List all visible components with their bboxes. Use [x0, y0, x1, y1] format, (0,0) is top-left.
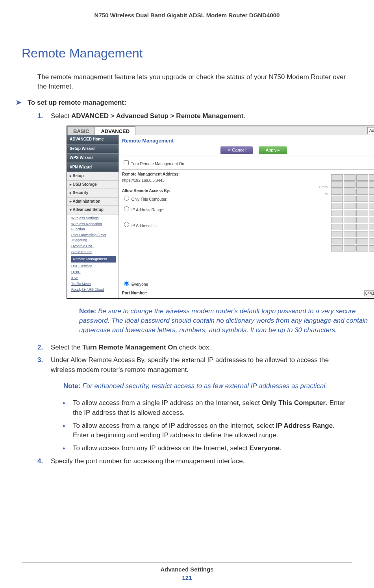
step-4: Specify the port number for accessing th…	[37, 457, 352, 466]
ip-cell[interactable]	[356, 203, 368, 209]
sidebar-security[interactable]: ▸ Security	[67, 189, 118, 198]
cancel-button[interactable]: ✕ Cancel	[220, 146, 253, 154]
ip-cell[interactable]	[356, 231, 368, 237]
sub-traffic-meter[interactable]: Traffic Meter	[71, 281, 116, 287]
ip-cell[interactable]	[369, 181, 374, 188]
ip-cell[interactable]	[369, 238, 374, 244]
sidebar-administration[interactable]: ▸ Administration	[67, 198, 118, 206]
ip-cell[interactable]	[331, 189, 343, 195]
sub-a-pre: To allow access from a single IP address…	[73, 399, 262, 407]
sub-upnp[interactable]: UPnP	[71, 269, 116, 275]
only-this-computer-radio[interactable]	[124, 196, 129, 201]
ip-cell[interactable]	[344, 181, 355, 188]
ip-list-radio[interactable]	[124, 222, 129, 227]
ip-cell[interactable]	[369, 210, 374, 216]
port-number-input[interactable]	[364, 290, 374, 296]
sub-static-routes[interactable]: Static Routes	[71, 249, 116, 255]
ip-range-radio[interactable]	[124, 206, 129, 211]
sidebar-vpn-wizard[interactable]: VPN Wizard	[67, 163, 118, 172]
ip-cell[interactable]	[369, 174, 374, 181]
sub-c-post: .	[280, 444, 281, 452]
sub-remote-management[interactable]: Remote Management	[71, 256, 116, 263]
ip-cell[interactable]	[356, 189, 368, 195]
sub-a-bold: Only This Computer	[262, 399, 326, 407]
ip-cell[interactable]	[331, 174, 343, 181]
ip-cell[interactable]	[356, 224, 368, 230]
note-1-label: Note:	[79, 307, 96, 315]
note-2-label: Note:	[63, 382, 80, 390]
sub-c-bold: Everyone	[250, 444, 280, 452]
ip-cell[interactable]	[331, 231, 343, 237]
turn-on-label: Turn Remote Management On	[131, 162, 184, 166]
ip-cell[interactable]	[344, 245, 355, 251]
sub-readyshare[interactable]: ReadySHARE Cloud	[71, 287, 116, 293]
procedure-heading-text: To set up remote management:	[28, 99, 126, 106]
turn-on-checkbox[interactable]	[124, 160, 129, 165]
tab-advanced[interactable]: ADVANCED	[95, 126, 135, 135]
step-2-bold: Turn Remote Management On	[82, 344, 177, 351]
ip-cell[interactable]	[369, 196, 374, 202]
sub-b-pre: To allow access from a range of IP addre…	[73, 422, 276, 429]
ip-cell[interactable]	[356, 245, 368, 251]
sidebar-submenu: Wireless Settings Wireless Repeating Fun…	[67, 214, 118, 293]
procedure-heading: ➤ To set up remote management:	[26, 98, 352, 107]
sub-dynamic-dns[interactable]: Dynamic DNS	[71, 243, 116, 249]
note-1-text: Be sure to change the wireless modem rou…	[79, 307, 368, 334]
ip-cell[interactable]	[344, 224, 355, 230]
step-4-text: Specify the port number for accessing th…	[51, 457, 244, 465]
ip-cell[interactable]	[369, 245, 374, 251]
ip-cell[interactable]	[356, 181, 368, 188]
ip-cell[interactable]	[344, 189, 355, 195]
sidebar-wps-wizard[interactable]: WPS Wizard	[67, 153, 118, 163]
sub-c-pre: To allow access from any IP address on t…	[73, 444, 250, 452]
ip-cell[interactable]	[344, 174, 355, 181]
ip-cell[interactable]	[331, 196, 343, 202]
ip-cell[interactable]	[356, 174, 368, 181]
ip-cell[interactable]	[344, 217, 355, 223]
step-1-post: .	[243, 112, 245, 120]
ip-cell[interactable]	[369, 203, 374, 209]
ip-range-label: IP Address Range:	[131, 208, 164, 212]
sidebar-advanced-setup[interactable]: ▾ Advanced Setup	[67, 206, 118, 214]
ip-cell[interactable]	[344, 203, 355, 209]
ip-cell[interactable]	[331, 210, 343, 216]
sidebar-advanced-home[interactable]: ADVANCED Home	[67, 135, 118, 144]
main-panel: Remote Management ✕ Cancel Apply ▸ Turn …	[119, 135, 374, 298]
ip-cell[interactable]	[356, 196, 368, 202]
sub-wireless-repeating[interactable]: Wireless Repeating Function	[71, 221, 116, 232]
ip-cell[interactable]	[331, 203, 343, 209]
ip-cell[interactable]	[344, 238, 355, 244]
ip-cell[interactable]	[331, 217, 343, 223]
ip-cell[interactable]	[331, 224, 343, 230]
sidebar-usb-storage[interactable]: ▸ USB Storage	[67, 181, 118, 189]
sub-ipv6[interactable]: IPv6	[71, 275, 116, 281]
ip-cell[interactable]	[356, 210, 368, 216]
ip-cell[interactable]	[331, 181, 343, 188]
ip-cell[interactable]	[331, 245, 343, 251]
ip-cell[interactable]	[369, 231, 374, 237]
step-1: Select ADVANCED > Advanced Setup > Remot…	[37, 111, 352, 335]
ip-cell[interactable]	[344, 231, 355, 237]
sub-port-forwarding[interactable]: Port Forwarding / Port Triggering	[71, 232, 116, 243]
sub-usb-settings[interactable]: USB Settings	[71, 263, 116, 269]
to-label: to	[324, 192, 328, 197]
step-3: Under Allow Remote Access By, specify th…	[37, 355, 352, 453]
ip-cell[interactable]	[331, 238, 343, 244]
ip-cell[interactable]	[356, 217, 368, 223]
sidebar-setup[interactable]: ▸ Setup	[67, 172, 118, 181]
ip-cell[interactable]	[356, 238, 368, 244]
sub-bullet-c: To allow access from any IP address on t…	[63, 444, 352, 453]
apply-button[interactable]: Apply ▸	[259, 146, 287, 154]
ip-cell[interactable]	[369, 224, 374, 230]
everyone-radio[interactable]	[124, 281, 129, 286]
ip-cell[interactable]	[369, 217, 374, 223]
ip-cell[interactable]	[344, 196, 355, 202]
step-3-text: Under Allow Remote Access By, specify th…	[51, 356, 329, 374]
tab-basic[interactable]: BASIC	[67, 126, 95, 135]
ip-cell[interactable]	[344, 210, 355, 216]
ip-cell[interactable]	[369, 189, 374, 195]
sub-wireless-settings[interactable]: Wireless Settings	[71, 215, 116, 221]
auto-dropdown[interactable]: Auto	[367, 127, 374, 134]
chevron-icon: ➤	[16, 98, 26, 107]
sidebar-setup-wizard[interactable]: Setup Wizard	[67, 144, 118, 154]
